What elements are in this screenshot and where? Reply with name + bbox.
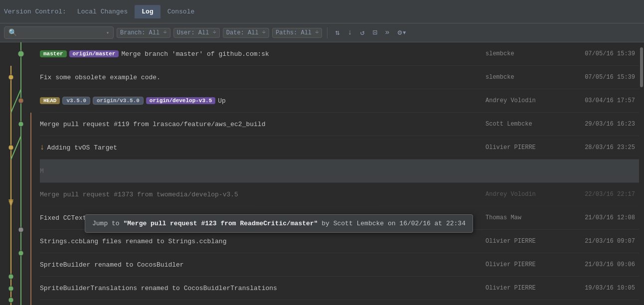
commit-row[interactable]: SpriteBuilderTranslations renamed to Coc… [40,277,639,300]
commit-author: Olivier PIERRE [485,261,565,268]
commit-date: 07/05/16 15:39 [565,50,635,57]
svg-marker-11 [8,201,13,207]
commit-message: ↓ Adding tvOS Target [40,143,485,152]
jump-tooltip: Jump to "Merge pull request #123 from Re… [85,214,473,233]
commit-message: Fix some obsolete example code. [40,74,485,81]
toolbar: 🔍 ▾ Branch: All ÷ User: All ÷ Date: All … [0,23,644,42]
badge-head: HEAD [40,97,60,104]
commit-author: Thomas Maw [485,214,565,221]
commit-row[interactable]: Strings.ccbLang files renamed to Strings… [40,230,639,253]
search-box[interactable]: 🔍 ▾ [4,26,114,39]
more-button[interactable]: » [383,27,392,38]
search-input[interactable] [19,29,104,36]
badge-origin-v350: origin/v3.5.0 [93,97,144,105]
commit-author: Andrey Volodin [485,97,565,104]
commit-author: Olivier PIERRE [485,238,565,245]
commit-row[interactable]: HEAD v3.5.0 origin/v3.5.0 origin/develop… [40,89,639,113]
svg-point-9 [18,122,23,127]
commit-date: 03/04/16 17:57 [565,97,635,104]
svg-point-10 [8,145,13,150]
commit-date: 21/03/16 12:08 [565,214,635,221]
scrollbar-thumb[interactable] [640,47,643,87]
commit-date: 28/03/16 23:25 [565,144,635,151]
commit-row[interactable]: SpriteBuilder renamed to CocosBuidler Ol… [40,253,639,277]
toolbar-separator [327,27,327,38]
commit-message: M [40,167,485,175]
commit-date: 29/03/16 16:23 [565,121,635,128]
svg-point-13 [18,251,23,256]
commit-message: HEAD v3.5.0 origin/v3.5.0 origin/develop… [40,97,485,105]
scrollbar[interactable] [639,42,644,305]
commit-row[interactable]: Merge pull request #119 from lrascao/fea… [40,113,639,136]
log-area: master origin/master Merge branch 'maste… [0,42,644,305]
commit-row[interactable]: master origin/master Merge branch 'maste… [40,42,639,66]
badge-v350: v3.5.0 [62,97,90,105]
commit-message: Merge pull request #1373 from twomedia/d… [40,191,485,198]
badge-master: master [40,50,67,57]
commit-author: slembcke [485,74,565,81]
sort-button[interactable]: ⇅ [332,26,342,39]
search-dropdown-icon[interactable]: ▾ [106,30,109,36]
commit-row[interactable]: Fix some obsolete example code. slembcke… [40,66,639,89]
commit-author: Andrey Volodin [485,191,565,198]
download-button[interactable]: ↓ [345,27,355,38]
commit-list: master origin/master Merge branch 'maste… [40,42,639,305]
commit-row-tooltip-anchor[interactable]: M [40,159,639,183]
commit-message: master origin/master Merge branch 'maste… [40,50,485,58]
tooltip-bold-text: "Merge pull request #123 from ReadmeCrit… [123,220,318,227]
commit-date: 21/03/16 09:06 [565,261,635,268]
commit-author: slembcke [485,50,565,57]
svg-point-12 [18,227,23,232]
commit-author: Olivier PIERRE [485,285,565,292]
svg-point-8 [18,98,23,103]
svg-point-14 [8,274,13,279]
commit-date: 19/03/16 10:05 [565,285,635,292]
commit-author: Olivier PIERRE [485,144,565,151]
commit-date: 21/03/16 09:07 [565,238,635,245]
svg-point-6 [18,51,24,57]
date-filter[interactable]: Date: All ÷ [223,28,269,38]
version-control-label: Version Control: [4,8,66,15]
tab-console[interactable]: Console [161,5,202,18]
commit-author: Scott Lembcke [485,121,565,128]
tab-log[interactable]: Log [135,5,160,18]
svg-point-7 [8,75,13,80]
tab-local-changes[interactable]: Local Changes [70,5,135,18]
view-button[interactable]: ⊡ [370,26,380,39]
commit-message: SpriteBuilderTranslations renamed to Coc… [40,285,485,292]
tab-bar: Version Control: Local Changes Log Conso… [0,0,644,23]
graph-column [0,42,40,305]
user-filter[interactable]: User: All ÷ [173,28,220,38]
commit-message: SpriteBuilder renamed to CocosBuidler [40,261,485,269]
commit-message: Merge pull request #119 from lrascao/fea… [40,121,485,128]
paths-filter[interactable]: Paths: All ÷ [272,28,322,38]
commit-row[interactable]: ↓ Adding tvOS Target Olivier PIERRE 28/0… [40,136,639,159]
svg-point-16 [8,298,13,303]
commit-message: Strings.ccbLang files renamed to Strings… [40,238,485,245]
commit-row[interactable]: Merge pull request #1373 from twomedia/d… [40,183,639,206]
commit-date: 22/03/16 22:17 [565,191,635,198]
commit-date: 07/05/16 15:39 [565,74,635,81]
branch-filter[interactable]: Branch: All ÷ [117,28,170,38]
search-icon: 🔍 [8,28,17,37]
badge-origin-master: origin/master [69,50,119,57]
svg-point-15 [8,286,13,291]
badge-origin-develop: origin/develop-v3.5 [146,97,215,104]
refresh-button[interactable]: ↺ [358,26,367,39]
settings-button[interactable]: ⚙▾ [395,26,409,39]
